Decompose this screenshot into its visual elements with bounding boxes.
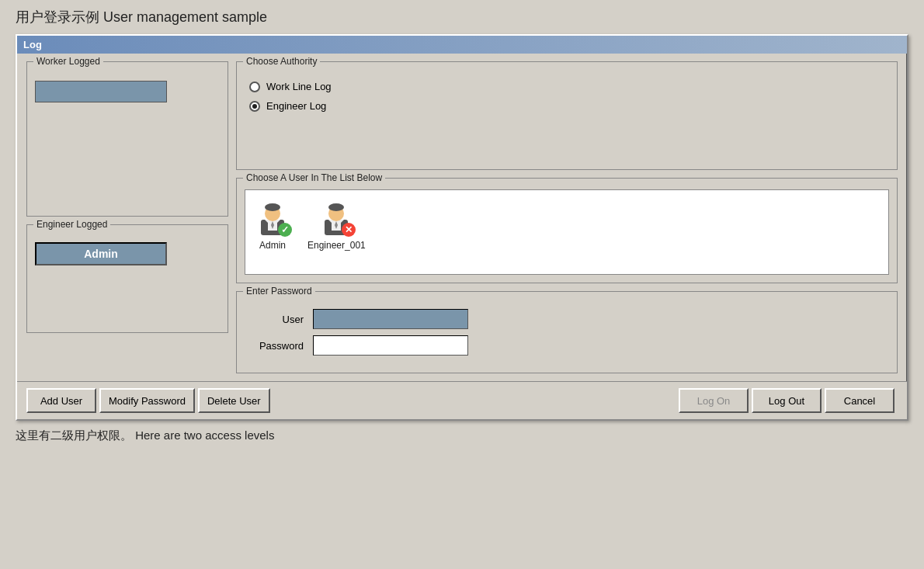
radio-workline-row[interactable]: Work Line Log: [249, 81, 884, 92]
worker-logged-label: Worker Logged: [33, 56, 103, 67]
worker-logged-group: Worker Logged: [26, 61, 228, 217]
modify-password-button[interactable]: Modify Password: [99, 388, 195, 413]
svg-point-4: [265, 203, 280, 211]
admin-name-label: Admin: [259, 240, 286, 251]
dialog-body: Worker Logged Engineer Logged Admin Choo…: [17, 54, 907, 381]
radio-workline-icon[interactable]: [249, 82, 260, 92]
radio-engineer-label: Engineer Log: [266, 100, 326, 112]
password-group-label: Enter Password: [243, 286, 315, 297]
delete-user-button[interactable]: Delete User: [198, 388, 270, 413]
user-item-admin[interactable]: ✓ Admin: [253, 198, 292, 251]
dialog-titlebar: Log: [17, 36, 907, 54]
dialog-title-text: Log: [23, 39, 42, 50]
radio-engineer-row[interactable]: Engineer Log: [249, 100, 884, 112]
engineer-logged-label: Engineer Logged: [33, 219, 110, 230]
worker-logged-display: [35, 81, 167, 102]
engineer001-icon-wrapper: ✕: [317, 198, 356, 237]
engineer001-name-label: Engineer_001: [307, 240, 366, 251]
page-title: 用户登录示例 User management sample: [16, 8, 267, 26]
user-field-row: User: [249, 309, 884, 329]
engineer-logged-group: Engineer Logged Admin: [26, 224, 228, 333]
choose-authority-group: Choose Authority Work Line Log Engineer …: [236, 61, 898, 170]
log-on-button[interactable]: Log On: [679, 388, 749, 413]
radio-workline-label: Work Line Log: [266, 81, 332, 92]
admin-badge: ✓: [278, 223, 292, 237]
enter-password-group: Enter Password User Password: [236, 291, 898, 373]
engineer-value-text: Admin: [84, 248, 118, 260]
dialog-window: Log Worker Logged Engineer Logged Admin …: [16, 34, 908, 421]
engineer-logged-display: Admin: [35, 242, 167, 265]
password-input[interactable]: [313, 335, 468, 356]
cancel-button[interactable]: Cancel: [825, 388, 894, 413]
button-bar: Add User Modify Password Delete User Log…: [17, 381, 907, 419]
user-field-label: User: [249, 314, 304, 325]
left-panel: Worker Logged Engineer Logged Admin: [26, 61, 228, 373]
admin-icon-wrapper: ✓: [253, 198, 292, 237]
user-input[interactable]: [313, 309, 468, 329]
password-field-row: Password: [249, 335, 884, 356]
radio-engineer-icon[interactable]: [249, 101, 260, 112]
password-field-label: Password: [249, 340, 304, 352]
user-list-inner: ✓ Admin: [245, 189, 889, 275]
svg-point-11: [328, 203, 344, 211]
footer-text: 这里有二级用户权限。 Here are two access levels: [16, 428, 274, 443]
user-list-label: Choose A User In The List Below: [243, 172, 385, 183]
log-out-button[interactable]: Log Out: [752, 388, 822, 413]
user-item-engineer001[interactable]: ✕ Engineer_001: [307, 198, 366, 251]
authority-label: Choose Authority: [243, 56, 320, 67]
add-user-button[interactable]: Add User: [26, 388, 96, 413]
right-panel: Choose Authority Work Line Log Engineer …: [236, 61, 898, 373]
user-list-group: Choose A User In The List Below: [236, 178, 898, 283]
